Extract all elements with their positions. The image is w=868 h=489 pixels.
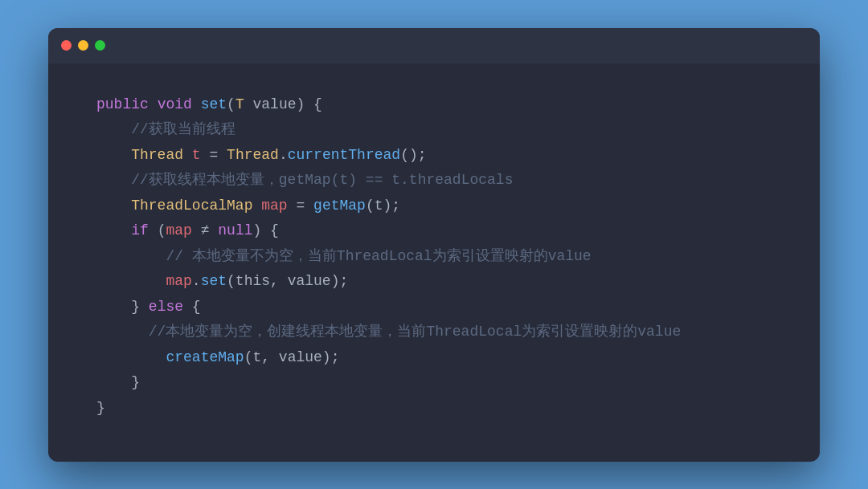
code-area: public void set(T value) { //获取当前线程 Thre…: [48, 63, 820, 450]
code-line-5: ThreadLocalMap map = getMap(t);: [96, 194, 772, 219]
code-line-6: if (map ≠ null) {: [96, 218, 772, 244]
minimize-button[interactable]: [78, 40, 88, 51]
code-line-7: // 本地变量不为空，当前ThreadLocal为索引设置映射的value: [96, 244, 772, 270]
code-line-3: Thread t = Thread.currentThread();: [96, 143, 772, 169]
maximize-button[interactable]: [95, 40, 105, 51]
code-line-13: }: [96, 396, 772, 422]
code-line-12: }: [96, 370, 772, 396]
code-line-9: } else {: [96, 295, 772, 320]
titlebar: [48, 28, 820, 63]
code-line-1: public void set(T value) {: [96, 92, 772, 118]
code-window: public void set(T value) { //获取当前线程 Thre…: [48, 28, 820, 462]
code-line-10: //本地变量为空，创建线程本地变量，当前ThreadLocal为索引设置映射的v…: [96, 320, 772, 345]
code-line-2: //获取当前线程: [96, 117, 772, 143]
code-line-8: map.set(this, value);: [96, 269, 772, 295]
close-button[interactable]: [61, 40, 72, 51]
code-line-4: //获取线程本地变量，getMap(t) == t.threadLocals: [96, 168, 772, 194]
code-line-11: createMap(t, value);: [96, 345, 772, 371]
